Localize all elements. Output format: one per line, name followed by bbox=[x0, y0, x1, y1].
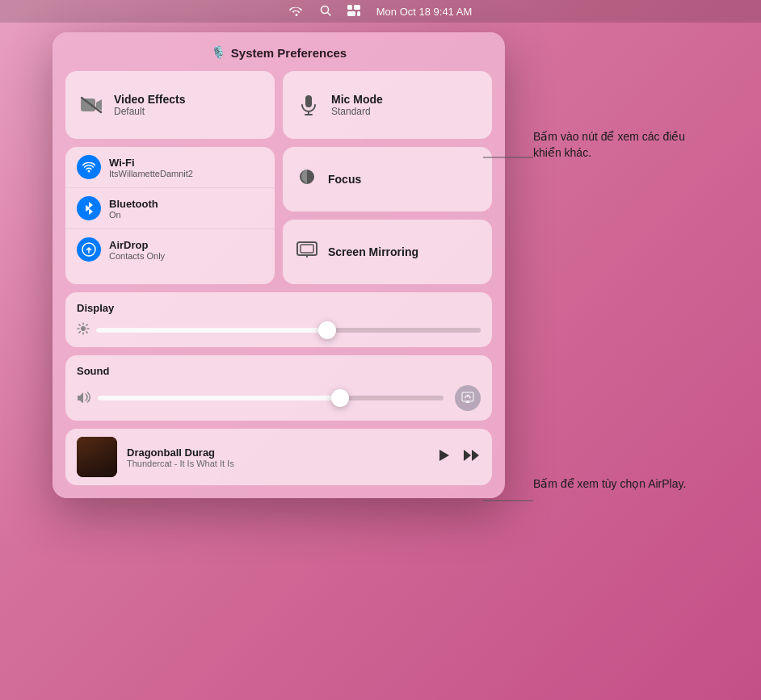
video-effects-card[interactable]: Video Effects Default bbox=[65, 71, 275, 139]
volume-icon bbox=[77, 392, 91, 405]
menubar-time: Mon Oct 18 9:41 AM bbox=[376, 6, 473, 18]
svg-line-23 bbox=[86, 332, 87, 333]
display-section: Display bbox=[65, 292, 492, 347]
airdrop-icon bbox=[77, 237, 101, 262]
wifi-menu-icon[interactable] bbox=[289, 5, 304, 19]
sound-section: Sound bbox=[65, 355, 492, 421]
svg-rect-3 bbox=[354, 5, 360, 10]
wifi-label: Wi-Fi bbox=[109, 157, 193, 169]
volume-thumb[interactable] bbox=[331, 389, 349, 407]
svg-line-24 bbox=[79, 332, 80, 333]
svg-rect-2 bbox=[347, 5, 352, 10]
svg-rect-4 bbox=[347, 11, 355, 16]
control-center-panel: 🎙️ System Preferences Video Effects Defa… bbox=[53, 32, 505, 498]
wifi-icon bbox=[77, 155, 101, 179]
volume-slider-row[interactable] bbox=[77, 385, 481, 411]
control-center-menu-icon[interactable] bbox=[347, 5, 360, 19]
sound-label: Sound bbox=[77, 365, 481, 377]
svg-line-1 bbox=[327, 12, 330, 15]
svg-line-22 bbox=[79, 325, 80, 325]
play-button[interactable] bbox=[435, 447, 452, 467]
svg-rect-8 bbox=[305, 95, 312, 107]
top-controls-row: Video Effects Default Mic Mode Stand bbox=[65, 71, 492, 139]
focus-icon bbox=[294, 168, 320, 191]
mic-mode-icon bbox=[294, 90, 323, 119]
svg-rect-6 bbox=[81, 99, 95, 111]
bluetooth-icon bbox=[77, 196, 101, 220]
brightness-thumb[interactable] bbox=[318, 321, 336, 339]
brightness-track[interactable] bbox=[96, 328, 481, 333]
video-effects-sublabel: Default bbox=[114, 106, 185, 117]
volume-track[interactable] bbox=[98, 396, 444, 400]
mic-mode-card[interactable]: Mic Mode Standard bbox=[283, 71, 492, 139]
network-row: Wi-Fi ItsWillametteDamnit2 Bluetooth On bbox=[65, 147, 492, 284]
network-card: Wi-Fi ItsWillametteDamnit2 Bluetooth On bbox=[65, 147, 275, 284]
skip-forward-button[interactable] bbox=[463, 448, 481, 467]
airdrop-sublabel: Contacts Only bbox=[109, 251, 165, 261]
panel-title: 🎙️ System Preferences bbox=[65, 45, 492, 60]
menubar: Mon Oct 18 9:41 AM bbox=[0, 0, 761, 23]
video-effects-icon bbox=[77, 90, 106, 119]
annotation-bottom: Bấm để xem tùy chọn AirPlay. bbox=[533, 476, 686, 493]
brightness-icon bbox=[77, 322, 90, 337]
screen-mirroring-card[interactable]: Screen Mirroring bbox=[283, 220, 492, 284]
bluetooth-label: Bluetooth bbox=[109, 198, 158, 210]
focus-label: Focus bbox=[328, 173, 361, 186]
svg-point-11 bbox=[88, 170, 90, 172]
airplay-button[interactable] bbox=[455, 385, 481, 411]
svg-line-25 bbox=[86, 325, 87, 325]
search-menu-icon[interactable] bbox=[320, 5, 331, 19]
bluetooth-sublabel: On bbox=[109, 210, 158, 220]
brightness-slider-row[interactable] bbox=[77, 322, 481, 337]
brightness-fill bbox=[96, 328, 327, 333]
screen-mirroring-icon bbox=[294, 241, 320, 262]
annotation-top: Bấm vào nút để xem các điều khiển khác. bbox=[533, 129, 695, 161]
display-label: Display bbox=[77, 302, 481, 314]
album-art bbox=[77, 437, 117, 477]
now-playing-title: Dragonball Durag bbox=[127, 446, 426, 459]
airdrop-item[interactable]: AirDrop Contacts Only bbox=[65, 229, 275, 270]
now-playing-section: Dragonball Durag Thundercat - It Is What… bbox=[65, 429, 492, 485]
volume-fill bbox=[98, 396, 340, 400]
bluetooth-item[interactable]: Bluetooth On bbox=[65, 188, 275, 229]
playback-controls bbox=[435, 447, 481, 467]
wifi-item[interactable]: Wi-Fi ItsWillametteDamnit2 bbox=[65, 147, 275, 188]
focus-card[interactable]: Focus bbox=[283, 147, 492, 212]
screen-mirroring-label: Screen Mirroring bbox=[328, 245, 418, 258]
video-effects-label: Video Effects bbox=[114, 93, 185, 106]
mic-mode-label: Mic Mode bbox=[331, 93, 383, 106]
svg-rect-5 bbox=[357, 11, 360, 16]
wifi-sublabel: ItsWillametteDamnit2 bbox=[109, 169, 193, 178]
svg-rect-14 bbox=[301, 245, 313, 253]
airdrop-label: AirDrop bbox=[109, 239, 165, 251]
panel-title-icon: 🎙️ bbox=[211, 45, 226, 60]
svg-point-17 bbox=[81, 326, 86, 331]
now-playing-text: Dragonball Durag Thundercat - It Is What… bbox=[127, 446, 426, 468]
mic-mode-sublabel: Standard bbox=[331, 106, 383, 117]
now-playing-artist: Thundercat - It Is What It Is bbox=[127, 459, 426, 468]
